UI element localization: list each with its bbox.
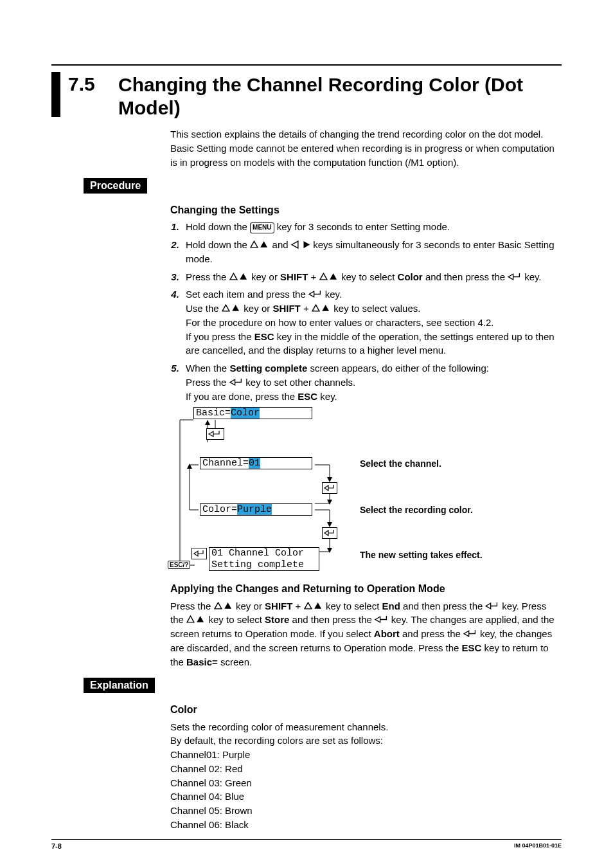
enter-icon (191, 548, 207, 561)
enter-icon (375, 615, 389, 624)
default-color-5: Channel 05: Brown (170, 804, 562, 818)
svg-marker-7 (240, 273, 247, 280)
svg-marker-47 (197, 616, 204, 622)
svg-marker-3 (260, 241, 267, 248)
enter-icon (508, 273, 522, 281)
updown-icon (222, 304, 241, 312)
svg-marker-46 (187, 616, 194, 622)
applying-changes-body: Press the key or SHIFT + key to select E… (170, 599, 562, 669)
svg-marker-6 (230, 273, 237, 280)
procedure-steps: Hold down the MENU key for 3 seconds to … (170, 220, 562, 403)
default-color-4: Channel 04: Blue (170, 790, 562, 804)
updown-icon (319, 273, 339, 281)
leftright-icon (291, 240, 310, 249)
updown-icon (186, 615, 206, 624)
enter-icon (322, 527, 337, 541)
enter-icon (229, 378, 244, 386)
flow-basic-box: Basic=Color (193, 407, 312, 419)
svg-marker-44 (314, 602, 321, 609)
esc-key-icon: ESC/? (168, 561, 190, 569)
svg-marker-4 (292, 241, 298, 248)
flow-result-box: 01 Channel Color Setting complete (209, 547, 319, 571)
step-5: When the Setting complete screen appears… (182, 361, 562, 403)
menu-key-icon: MENU (250, 222, 274, 233)
flow-caption-effect: The new setting takes effect. (360, 550, 483, 560)
svg-marker-5 (303, 241, 310, 248)
default-color-1: Channel01: Purple (170, 748, 562, 762)
svg-marker-41 (215, 602, 222, 609)
svg-marker-43 (305, 602, 312, 609)
default-color-6: Channel 06: Black (170, 818, 562, 832)
svg-marker-12 (222, 305, 229, 311)
default-color-2: Channel 02: Red (170, 762, 562, 776)
enter-icon (322, 482, 337, 496)
svg-marker-49 (464, 631, 469, 637)
enter-icon (308, 290, 323, 298)
svg-marker-48 (375, 617, 380, 623)
enter-icon (206, 428, 224, 442)
explanation-label: Explanation (84, 678, 155, 693)
svg-marker-42 (224, 602, 231, 609)
changing-settings-heading: Changing the Settings (170, 203, 562, 217)
title-marker (51, 72, 60, 117)
svg-marker-2 (251, 241, 258, 248)
page-number: 7-8 (51, 842, 62, 850)
color-heading: Color (170, 702, 562, 717)
default-color-3: Channel 03: Green (170, 776, 562, 790)
updown-icon (250, 240, 269, 249)
enter-icon (463, 629, 477, 638)
step-4: Set each item and press the key. Use the… (182, 287, 562, 357)
updown-icon (229, 273, 249, 281)
svg-marker-11 (309, 292, 314, 298)
step-2: Hold down the and keys simultaneously fo… (182, 238, 562, 266)
procedure-label: Procedure (84, 178, 147, 194)
svg-marker-9 (330, 273, 337, 280)
flow-color-box: Color=Purple (200, 503, 312, 516)
step-1: Hold down the MENU key for 3 seconds to … (182, 220, 562, 234)
color-body-2: By default, the recording colors are set… (170, 734, 562, 748)
svg-marker-8 (320, 273, 327, 280)
color-body-1: Sets the recording color of measurement … (170, 720, 562, 734)
section-title: Changing the Channel Recording Color (Do… (118, 66, 562, 120)
svg-marker-13 (232, 305, 239, 311)
settings-flowchart: Basic=Color Channel=01 Select the channe… (170, 407, 562, 577)
svg-marker-14 (312, 305, 319, 311)
updown-icon (304, 602, 323, 610)
flow-channel-box: Channel=01 (200, 457, 312, 469)
svg-marker-45 (486, 603, 492, 609)
document-id: IM 04P01B01-01E (514, 842, 562, 850)
svg-marker-10 (508, 274, 513, 280)
applying-changes-heading: Applying the Changes and Returning to Op… (170, 581, 562, 596)
section-number: 7.5 (60, 66, 118, 95)
page-footer: 7-8 IM 04P01B01-01E (51, 839, 562, 850)
svg-marker-15 (322, 305, 329, 311)
svg-marker-16 (230, 379, 235, 385)
intro-paragraph: This section explains the details of cha… (170, 127, 562, 169)
updown-icon (312, 304, 331, 312)
step-3: Press the key or SHIFT + key to select C… (182, 270, 562, 284)
enter-icon (485, 602, 499, 610)
section-header: 7.5 Changing the Channel Recording Color… (51, 64, 562, 120)
flow-caption-channel: Select the channel. (360, 458, 441, 469)
flow-caption-color: Select the recording color. (360, 505, 473, 515)
updown-icon (214, 602, 233, 610)
